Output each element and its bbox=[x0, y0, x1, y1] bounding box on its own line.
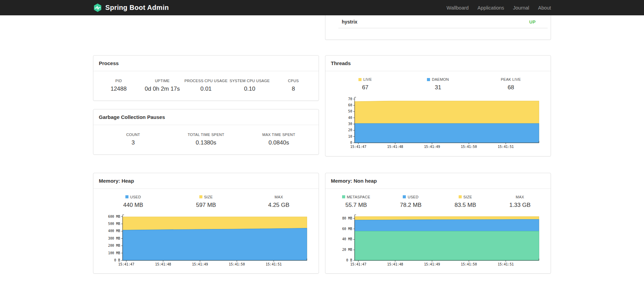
brand-title: Spring Boot Admin bbox=[105, 4, 169, 12]
application-status-panel: hystrix UP bbox=[325, 15, 551, 40]
svg-text:0: 0 bbox=[350, 141, 352, 145]
legend-swatch bbox=[358, 78, 362, 81]
metric-label: SYSTEM CPU USAGE bbox=[228, 79, 272, 83]
svg-text:100 MB: 100 MB bbox=[108, 251, 120, 255]
navbar-inner: Spring Boot Admin Wallboard Applications… bbox=[93, 0, 551, 15]
svg-text:0 B: 0 B bbox=[346, 258, 352, 262]
svg-text:15:41:48: 15:41:48 bbox=[155, 262, 171, 266]
nav-menu: Wallboard Applications Journal About bbox=[442, 5, 551, 11]
metric-threads-peak-live: PEAK LIVE 68 bbox=[474, 77, 547, 91]
metric-heap-used: USED 440 MB bbox=[97, 195, 170, 209]
dashboard-grid: Process PID 12488 UPTIME 0d 0h 2m 17s PR… bbox=[93, 55, 551, 298]
metric-label: SIZE bbox=[170, 195, 243, 199]
metric-label: UPTIME bbox=[140, 79, 184, 83]
svg-text:15:41:51: 15:41:51 bbox=[266, 262, 282, 266]
process-panel-title: Process bbox=[93, 56, 319, 71]
metric-label: USED bbox=[383, 195, 438, 199]
metric-pid: PID 12488 bbox=[97, 79, 140, 92]
metric-value: 68 bbox=[474, 84, 547, 91]
memory-heap-panel-body: USED 440 MB SIZE 597 MB MAX 4.25 GB 0 B1… bbox=[93, 189, 319, 274]
threads-chart: 01020304050607015:41:4715:41:4815:41:491… bbox=[329, 91, 547, 153]
svg-text:50: 50 bbox=[348, 109, 352, 113]
chart-svg: 01020304050607015:41:4715:41:4815:41:491… bbox=[333, 94, 543, 151]
svg-text:15:41:50: 15:41:50 bbox=[229, 262, 245, 266]
metric-value: 0d 0h 2m 17s bbox=[140, 86, 184, 92]
nav-item-applications[interactable]: Applications bbox=[473, 5, 508, 11]
metric-threads-daemon: DAEMON 31 bbox=[402, 77, 475, 91]
metric-process-cpu-usage: PROCESS CPU USAGE 0.01 bbox=[184, 79, 228, 92]
legend-swatch bbox=[125, 195, 128, 198]
svg-text:40 MB: 40 MB bbox=[342, 237, 352, 241]
memory-heap-panel: Memory: Heap USED 440 MB SIZE 597 MB MAX… bbox=[93, 173, 319, 274]
metric-value: 3 bbox=[97, 139, 170, 146]
main-content: hystrix UP Process PID 12488 UPTIME bbox=[93, 15, 551, 298]
svg-text:15:41:50: 15:41:50 bbox=[461, 262, 477, 266]
svg-text:20 MB: 20 MB bbox=[342, 248, 352, 252]
metric-value: 0.1380s bbox=[170, 139, 243, 146]
chart-svg: 0 B100 MB200 MB300 MB400 MB500 MB600 MB1… bbox=[101, 212, 311, 269]
svg-text:0 B: 0 B bbox=[114, 258, 120, 262]
process-metrics: PID 12488 UPTIME 0d 0h 2m 17s PROCESS CP… bbox=[97, 79, 315, 92]
nav-item-wallboard[interactable]: Wallboard bbox=[442, 5, 473, 11]
svg-text:200 MB: 200 MB bbox=[108, 244, 120, 247]
nonheap-metrics: METASPACE 55.7 MB USED 78.2 MB SIZE 83.5… bbox=[329, 195, 547, 209]
navbar: Spring Boot Admin Wallboard Applications… bbox=[0, 0, 644, 15]
svg-text:60 MB: 60 MB bbox=[342, 227, 352, 230]
threads-panel: Threads LIVE 67 DAEMON 31 PEAK LIVE 68 bbox=[325, 55, 551, 156]
svg-text:15:41:47: 15:41:47 bbox=[118, 262, 134, 266]
metric-value: 67 bbox=[329, 84, 402, 91]
metric-heap-max: MAX 4.25 GB bbox=[242, 195, 315, 209]
gc-metrics: COUNT 3 TOTAL TIME SPENT 0.1380s MAX TIM… bbox=[97, 133, 315, 146]
status-badge-up: UP bbox=[529, 19, 536, 25]
metric-value: 12488 bbox=[97, 86, 140, 92]
process-panel: Process PID 12488 UPTIME 0d 0h 2m 17s PR… bbox=[93, 55, 319, 101]
svg-text:15:41:48: 15:41:48 bbox=[387, 145, 403, 149]
svg-text:15:41:49: 15:41:49 bbox=[424, 145, 440, 149]
metric-uptime: UPTIME 0d 0h 2m 17s bbox=[140, 79, 184, 92]
svg-text:15:41:49: 15:41:49 bbox=[192, 262, 208, 266]
metric-label: SIZE bbox=[438, 195, 493, 199]
legend-swatch bbox=[459, 195, 462, 198]
memory-nonheap-chart: 0 B20 MB40 MB60 MB80 MB15:41:4715:41:481… bbox=[329, 209, 547, 270]
application-row-hystrix[interactable]: hystrix UP bbox=[325, 15, 551, 28]
svg-text:15:41:47: 15:41:47 bbox=[350, 262, 366, 266]
metric-cpus: CPUS 8 bbox=[272, 79, 315, 92]
legend-swatch bbox=[427, 78, 430, 81]
metric-threads-live: LIVE 67 bbox=[329, 77, 402, 91]
metric-value: 0.0840s bbox=[242, 139, 315, 146]
metric-value: 83.5 MB bbox=[438, 202, 493, 209]
svg-text:10: 10 bbox=[348, 135, 352, 138]
metric-nonheap-max: MAX 1.33 GB bbox=[493, 195, 547, 209]
metric-label: TOTAL TIME SPENT bbox=[170, 133, 243, 137]
gc-panel: Garbage Collection Pauses COUNT 3 TOTAL … bbox=[93, 109, 319, 155]
svg-text:20: 20 bbox=[348, 128, 352, 132]
svg-text:300 MB: 300 MB bbox=[108, 236, 120, 240]
svg-text:15:41:51: 15:41:51 bbox=[498, 262, 514, 266]
threads-panel-title: Threads bbox=[325, 56, 551, 71]
nav-item-journal[interactable]: Journal bbox=[509, 5, 534, 11]
metric-value: 0.10 bbox=[228, 86, 272, 92]
nav-item-about[interactable]: About bbox=[534, 5, 551, 11]
memory-nonheap-panel-body: METASPACE 55.7 MB USED 78.2 MB SIZE 83.5… bbox=[325, 189, 551, 274]
metric-nonheap-metaspace: METASPACE 55.7 MB bbox=[329, 195, 383, 209]
svg-text:600 MB: 600 MB bbox=[108, 214, 120, 218]
metric-gc-count: COUNT 3 bbox=[97, 133, 170, 146]
threads-metrics: LIVE 67 DAEMON 31 PEAK LIVE 68 bbox=[329, 77, 547, 91]
svg-text:40: 40 bbox=[348, 116, 352, 120]
metric-label: CPUS bbox=[272, 79, 315, 83]
memory-nonheap-panel: Memory: Non heap METASPACE 55.7 MB USED … bbox=[325, 173, 551, 274]
legend-swatch bbox=[342, 195, 345, 198]
spring-boot-admin-logo-icon bbox=[93, 3, 102, 12]
metric-value: 31 bbox=[402, 84, 475, 91]
legend-swatch bbox=[199, 195, 202, 198]
metric-value: 1.33 GB bbox=[493, 202, 547, 209]
metric-label: LIVE bbox=[329, 77, 402, 81]
svg-text:15:41:47: 15:41:47 bbox=[350, 145, 366, 149]
metric-gc-total-time: TOTAL TIME SPENT 0.1380s bbox=[170, 133, 243, 146]
metric-value: 440 MB bbox=[97, 202, 170, 209]
metric-value: 78.2 MB bbox=[383, 202, 438, 209]
memory-heap-panel-title: Memory: Heap bbox=[93, 173, 319, 189]
brand[interactable]: Spring Boot Admin bbox=[93, 3, 169, 12]
metric-label: PEAK LIVE bbox=[474, 77, 547, 81]
metric-value: 0.01 bbox=[184, 86, 228, 92]
